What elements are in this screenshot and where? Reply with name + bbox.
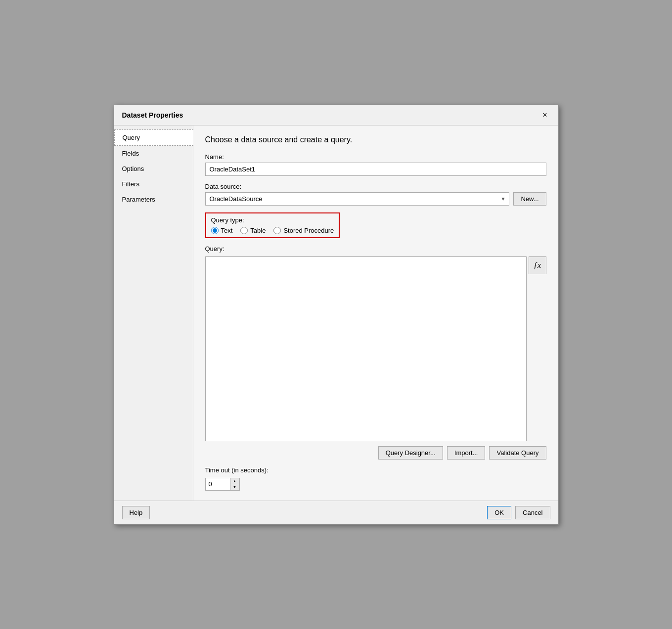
dataset-properties-dialog: Dataset Properties × Query Fields Option… <box>114 105 559 525</box>
close-button[interactable]: × <box>539 110 550 120</box>
query-label: Query: <box>205 245 546 252</box>
ok-button[interactable]: OK <box>487 506 511 519</box>
datasource-select[interactable]: OracleDataSource <box>205 192 510 206</box>
radio-stored-procedure-label-text: Stored Procedure <box>283 227 334 234</box>
sidebar-item-fields[interactable]: Fields <box>114 146 193 161</box>
timeout-label: Time out (in seconds): <box>205 466 546 474</box>
fx-button[interactable]: ƒx <box>529 256 546 274</box>
query-area-wrapper: ƒx <box>205 256 546 441</box>
title-bar: Dataset Properties × <box>114 105 558 126</box>
timeout-section: Time out (in seconds): ▲ ▼ <box>205 466 546 491</box>
timeout-decrement-button[interactable]: ▼ <box>230 484 239 490</box>
radio-text-label-text: Text <box>221 227 233 234</box>
datasource-select-wrapper: OracleDataSource ▼ <box>205 192 510 206</box>
name-input[interactable] <box>205 163 546 176</box>
dialog-title: Dataset Properties <box>122 111 183 119</box>
sidebar-item-options[interactable]: Options <box>114 161 193 176</box>
query-buttons: Query Designer... Import... Validate Que… <box>205 446 546 460</box>
query-section: Query: ƒx Query Designer... Import... Va… <box>205 245 546 460</box>
radio-stored-procedure[interactable] <box>273 227 281 234</box>
help-button[interactable]: Help <box>122 506 150 519</box>
query-designer-button[interactable]: Query Designer... <box>378 446 443 460</box>
datasource-label: Data source: <box>205 183 546 190</box>
radio-table-label[interactable]: Table <box>240 227 266 234</box>
radio-text-label[interactable]: Text <box>211 227 233 234</box>
timeout-spinner: ▲ ▼ <box>205 478 240 491</box>
datasource-section: Data source: OracleDataSource ▼ New... <box>205 183 546 206</box>
name-section: Name: <box>205 153 546 176</box>
query-type-section: Query type: Text Table Stored Procedu <box>205 212 546 238</box>
spinner-arrows: ▲ ▼ <box>230 478 239 490</box>
timeout-input[interactable] <box>206 478 230 490</box>
sidebar: Query Fields Options Filters Parameters <box>114 126 193 501</box>
radio-table[interactable] <box>240 227 248 234</box>
validate-query-button[interactable]: Validate Query <box>489 446 546 460</box>
radio-table-label-text: Table <box>250 227 266 234</box>
dialog-body: Query Fields Options Filters Parameters … <box>114 126 558 501</box>
sidebar-item-filters[interactable]: Filters <box>114 176 193 192</box>
sidebar-item-query[interactable]: Query <box>114 129 193 146</box>
footer-right: OK Cancel <box>487 506 550 519</box>
import-button[interactable]: Import... <box>447 446 486 460</box>
radio-stored-procedure-label[interactable]: Stored Procedure <box>273 227 334 234</box>
name-label: Name: <box>205 153 546 161</box>
sidebar-item-parameters[interactable]: Parameters <box>114 192 193 207</box>
radio-text[interactable] <box>211 227 219 234</box>
query-type-box: Query type: Text Table Stored Procedu <box>205 212 340 238</box>
main-content: Choose a data source and create a query.… <box>193 126 558 501</box>
new-datasource-button[interactable]: New... <box>513 192 546 206</box>
datasource-row: OracleDataSource ▼ New... <box>205 192 546 206</box>
query-type-label: Query type: <box>211 216 334 224</box>
query-textarea[interactable] <box>205 256 527 441</box>
cancel-button[interactable]: Cancel <box>515 506 550 519</box>
section-heading: Choose a data source and create a query. <box>205 135 546 144</box>
dialog-footer: Help OK Cancel <box>114 501 558 524</box>
timeout-increment-button[interactable]: ▲ <box>230 478 239 484</box>
radio-group: Text Table Stored Procedure <box>211 227 334 234</box>
